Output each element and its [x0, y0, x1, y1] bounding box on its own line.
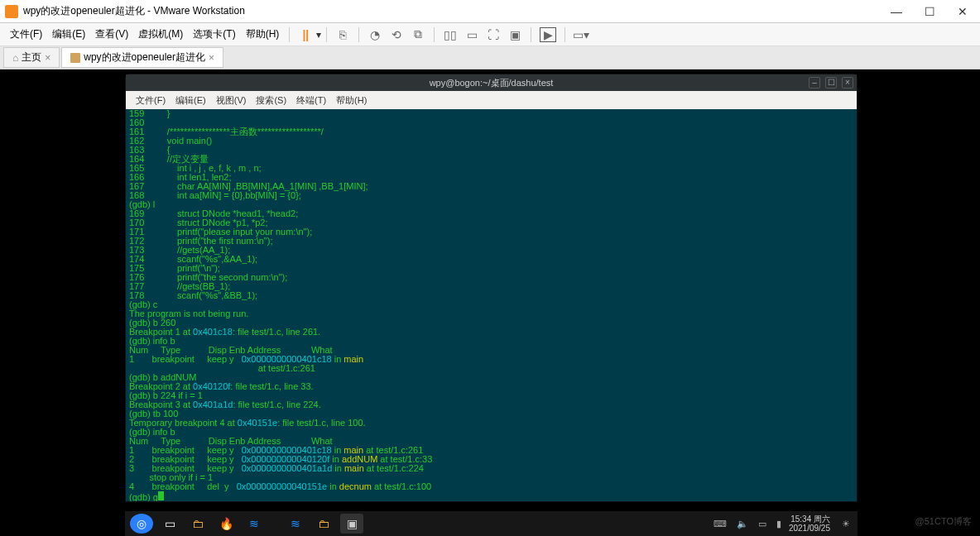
snapshot-manager-icon[interactable]: ⧉ — [411, 27, 425, 42]
gnome-terminal-window[interactable]: wpy@bogon:~/桌面/dashu/test – ☐ × 文件(F) 编辑… — [125, 74, 858, 502]
revert-icon[interactable]: ⟲ — [389, 27, 404, 42]
terminal-output[interactable]: 159 }160 161 /*****************主函数******… — [126, 109, 857, 501]
layout-icon-1[interactable]: ▯▯ — [443, 27, 458, 42]
console-icon[interactable]: ▶ — [540, 27, 556, 42]
gmenu-edit[interactable]: 编辑(E) — [171, 93, 211, 108]
gmenu-search[interactable]: 搜索(S) — [251, 93, 291, 108]
minimize-button[interactable]: — — [884, 5, 909, 18]
network-icon[interactable]: ▭ — [758, 519, 766, 529]
vmware-logo-icon — [5, 5, 18, 18]
close-tab-icon[interactable]: × — [45, 52, 50, 64]
guest-minimize-button[interactable]: – — [809, 77, 820, 89]
files-icon[interactable]: ▭ — [158, 514, 181, 534]
terminal-running-icon[interactable]: ▣ — [340, 514, 363, 534]
menu-file[interactable]: 文件(F) — [5, 24, 47, 45]
gmenu-file[interactable]: 文件(F) — [131, 93, 171, 108]
view-icon[interactable]: ▭▾ — [574, 27, 588, 42]
gmenu-view[interactable]: 视图(V) — [211, 93, 252, 108]
battery-icon[interactable]: ▮ — [776, 519, 781, 529]
guest-close-button[interactable]: × — [842, 77, 853, 89]
clock[interactable]: 15:34 周六 2021/09/25 — [789, 514, 830, 533]
volume-icon[interactable]: 🔈 — [737, 519, 748, 529]
vscode-icon[interactable]: ≋ — [243, 514, 266, 534]
home-icon: ⌂ — [12, 52, 18, 64]
tab-vm-label: wpy的改进openeuler超进化 — [84, 50, 205, 65]
tabbar: ⌂ 主页 × wpy的改进openeuler超进化 × — [0, 46, 980, 69]
watermark: @51CTO博客 — [915, 515, 972, 528]
keyboard-icon[interactable]: ⌨ — [713, 519, 727, 529]
menu-tabs[interactable]: 选项卡(T) — [188, 24, 240, 45]
guest-window-title: wpy@bogon:~/桌面/dashu/test — [430, 77, 554, 89]
window-title: wpy的改进openeuler超进化 - VMware Workstation — [23, 4, 884, 18]
vscode-running-icon[interactable]: ≋ — [284, 514, 307, 534]
activities-icon[interactable]: ◎ — [130, 514, 153, 534]
close-tab-icon[interactable]: × — [209, 52, 214, 64]
maximize-button[interactable]: ☐ — [917, 5, 942, 18]
tab-vm[interactable]: wpy的改进openeuler超进化 × — [61, 47, 223, 68]
firefox-icon[interactable]: 🔥 — [214, 514, 238, 534]
nautilus-icon[interactable]: 🗀 — [186, 514, 209, 534]
pause-icon[interactable]: || — [298, 27, 313, 42]
vm-tab-icon — [70, 53, 80, 63]
fullscreen-icon[interactable]: ⛶ — [486, 27, 501, 42]
guest-menubar: 文件(F) 编辑(E) 视图(V) 搜索(S) 终端(T) 帮助(H) — [126, 91, 857, 109]
titlebar: wpy的改进openeuler超进化 - VMware Workstation … — [0, 0, 980, 23]
files-running-icon[interactable]: 🗀 — [312, 514, 335, 534]
layout-icon-2[interactable]: ▭ — [464, 27, 479, 42]
unity-icon[interactable]: ▣ — [507, 27, 522, 42]
send-input-icon[interactable]: ⎘ — [335, 27, 350, 42]
guest-titlebar: wpy@bogon:~/桌面/dashu/test – ☐ × — [126, 74, 857, 91]
gmenu-terminal[interactable]: 终端(T) — [291, 93, 331, 108]
snapshot-icon[interactable]: ◔ — [368, 27, 382, 42]
menu-vm[interactable]: 虚拟机(M) — [133, 24, 188, 45]
guest-taskbar: ◎ ▭ 🗀 🔥 ≋ ≋ 🗀 ▣ ⌨ 🔈 ▭ ▮ 15:34 周六 2021/09… — [125, 511, 858, 536]
gmenu-help[interactable]: 帮助(H) — [331, 93, 372, 108]
guest-display[interactable]: wpy@bogon:~/桌面/dashu/test – ☐ × 文件(F) 编辑… — [0, 69, 980, 536]
menu-edit[interactable]: 编辑(E) — [47, 24, 90, 45]
power-icon[interactable]: ☀ — [842, 519, 850, 529]
close-button[interactable]: ✕ — [950, 5, 975, 18]
guest-maximize-button[interactable]: ☐ — [825, 77, 837, 89]
menubar: 文件(F) 编辑(E) 查看(V) 虚拟机(M) 选项卡(T) 帮助(H) ||… — [0, 23, 980, 46]
tab-home-label: 主页 — [22, 50, 41, 65]
menu-help[interactable]: 帮助(H) — [241, 24, 285, 45]
tab-home[interactable]: ⌂ 主页 × — [3, 47, 60, 68]
menu-view[interactable]: 查看(V) — [90, 24, 133, 45]
